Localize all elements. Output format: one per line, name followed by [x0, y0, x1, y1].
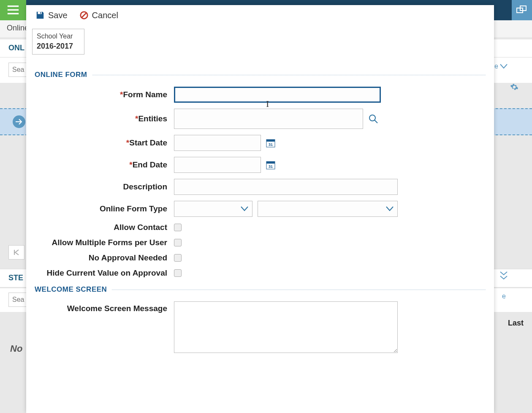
save-button[interactable]: Save [35, 11, 68, 20]
form-type-select-2[interactable] [258, 201, 398, 217]
menu-button[interactable] [0, 0, 26, 20]
settings-icon[interactable] [510, 83, 518, 93]
description-input[interactable] [174, 179, 398, 195]
cancel-label: Cancel [92, 11, 118, 20]
cancel-icon [79, 11, 89, 20]
toolbar: Save Cancel [26, 5, 494, 25]
form-name-label: *Form Name [35, 90, 174, 99]
end-date-label: *End Date [35, 160, 174, 170]
svg-rect-6 [40, 12, 41, 14]
allow-multiple-label: Allow Multiple Forms per User [35, 238, 174, 247]
svg-text:31: 31 [269, 164, 273, 169]
cancel-button[interactable]: Cancel [79, 11, 118, 20]
hide-current-checkbox[interactable] [174, 269, 182, 277]
svg-line-10 [375, 120, 377, 123]
end-date-input[interactable] [174, 157, 261, 173]
no-data-text: No [10, 343, 22, 354]
form-type-select-1[interactable] [174, 201, 252, 217]
welcome-msg-textarea[interactable] [174, 301, 398, 353]
modal: Save Cancel School Year 2016-2017 ONLINE… [26, 5, 494, 413]
workspace-button[interactable] [512, 0, 532, 20]
save-icon [35, 11, 45, 20]
svg-rect-5 [38, 12, 42, 14]
school-year-box[interactable]: School Year 2016-2017 [32, 29, 84, 55]
form-name-input[interactable] [174, 87, 381, 103]
svg-line-8 [81, 13, 86, 18]
first-page-button[interactable] [8, 245, 24, 260]
search-icon[interactable] [368, 114, 378, 124]
calendar-icon[interactable]: 31 [266, 138, 275, 148]
school-year-value: 2016-2017 [37, 42, 80, 51]
allow-contact-checkbox[interactable] [174, 224, 182, 231]
start-date-label: *Start Date [35, 138, 174, 148]
bg-dropdown-1[interactable]: e [494, 63, 508, 70]
calendar-icon[interactable]: 31 [266, 160, 275, 170]
svg-rect-12 [266, 139, 275, 142]
save-label: Save [48, 11, 68, 20]
svg-rect-0 [8, 5, 19, 7]
description-label: Description [35, 182, 174, 191]
no-approval-label: No Approval Needed [35, 253, 174, 263]
start-date-input[interactable] [174, 135, 261, 151]
section-online-form: ONLINE FORM [35, 71, 486, 79]
svg-text:31: 31 [269, 142, 273, 147]
svg-rect-2 [8, 13, 19, 14]
svg-point-9 [369, 115, 375, 121]
bg-dropdown-2[interactable]: e [502, 293, 508, 300]
column-header-last[interactable]: Last [508, 319, 524, 328]
section-welcome-screen: WELCOME SCREEN [35, 285, 486, 294]
form-type-label: Online Form Type [35, 204, 174, 213]
school-year-label: School Year [37, 33, 80, 40]
welcome-msg-label: Welcome Screen Message [35, 301, 174, 313]
entities-input[interactable] [174, 109, 363, 129]
svg-rect-1 [8, 9, 19, 11]
collapse-icon[interactable] [499, 271, 508, 282]
no-approval-checkbox[interactable] [174, 254, 182, 262]
forward-icon [13, 115, 25, 128]
entities-label: *Entities [35, 114, 174, 123]
hide-current-label: Hide Current Value on Approval [35, 268, 174, 278]
svg-rect-15 [266, 161, 275, 164]
allow-multiple-checkbox[interactable] [174, 239, 182, 246]
allow-contact-label: Allow Contact [35, 223, 174, 232]
